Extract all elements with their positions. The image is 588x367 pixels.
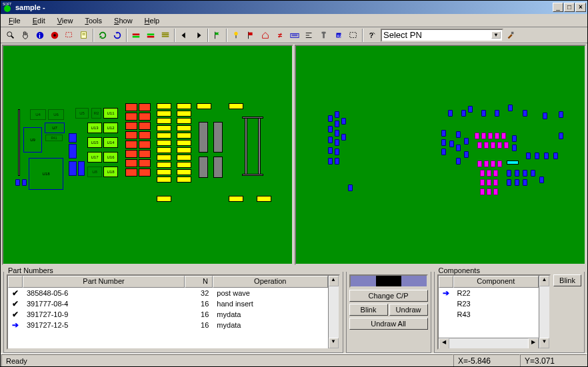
- info-icon[interactable]: i: [33, 29, 47, 42]
- layer1-icon[interactable]: [129, 29, 143, 42]
- col-n[interactable]: N: [185, 276, 213, 288]
- area-icon[interactable]: [346, 29, 361, 42]
- refresh-icon[interactable]: [95, 29, 110, 42]
- comp-blink-button[interactable]: Blink: [553, 274, 581, 286]
- minimize-button[interactable]: _: [553, 3, 563, 12]
- status-x: X=-5.846: [453, 354, 520, 367]
- comp-u4: U4: [30, 109, 46, 120]
- comp-or: [125, 113, 137, 121]
- help-icon[interactable]: ?: [365, 29, 379, 42]
- menu-bar: File Edit View Tools Show Help: [1, 14, 587, 27]
- chip-icon[interactable]: R2: [331, 29, 346, 42]
- comp-blue: [78, 161, 85, 176]
- comp-u6: U6: [48, 109, 64, 120]
- comp-or: [139, 122, 151, 130]
- comp-or: [125, 169, 137, 177]
- menu-tools[interactable]: Tools: [79, 15, 107, 26]
- redflag-icon[interactable]: [243, 29, 258, 42]
- comp-or: [125, 141, 137, 149]
- menu-file[interactable]: File: [3, 15, 26, 26]
- pn-header: Part Number N Operation: [8, 276, 328, 288]
- target-icon[interactable]: [47, 29, 62, 42]
- col-operation[interactable]: Operation: [213, 276, 328, 288]
- svg-rect-36: [511, 31, 514, 34]
- comp-col-header[interactable]: Component: [453, 276, 539, 288]
- app-icon: SOFT: [2, 2, 13, 13]
- tool-icon[interactable]: [317, 29, 331, 42]
- col-partnumber[interactable]: Part Number: [23, 276, 185, 288]
- blink-button[interactable]: Blink: [349, 304, 388, 316]
- pan-icon[interactable]: [18, 29, 33, 42]
- comp-u11: U11: [103, 108, 118, 119]
- svg-point-20: [234, 31, 237, 35]
- svg-text:R2: R2: [337, 33, 341, 37]
- comp-u12: U12: [103, 123, 118, 133]
- mid-panel: Change C/P Blink Undraw Undraw All: [346, 272, 431, 353]
- next-icon[interactable]: [191, 29, 206, 42]
- align-icon[interactable]: [302, 29, 317, 42]
- comp-y: [157, 103, 171, 109]
- comp-u15: U15: [87, 137, 102, 148]
- menu-edit[interactable]: Edit: [27, 15, 51, 26]
- comp-u18b: U18: [103, 167, 118, 177]
- thumbtack-icon[interactable]: [229, 29, 243, 42]
- components-panel: Component ➔ R22 R23 R43: [434, 272, 585, 353]
- svg-point-2: [7, 31, 12, 36]
- board-view-left[interactable]: U4 U6 U5 R2 U11 U7 U13 U12 U9 R41 U15 U1…: [2, 45, 293, 265]
- layer2-icon[interactable]: [143, 29, 158, 42]
- sheet-icon[interactable]: [77, 29, 91, 42]
- svg-rect-23: [249, 32, 253, 35]
- home-icon[interactable]: [258, 29, 273, 42]
- menu-help[interactable]: Help: [139, 15, 165, 26]
- comp-u14: U14: [103, 137, 118, 148]
- status-y: Y=3.071: [520, 354, 587, 367]
- prev-icon[interactable]: [177, 29, 191, 42]
- change-cp-button[interactable]: Change C/P: [349, 290, 428, 302]
- svg-rect-14: [147, 33, 155, 35]
- comp-or: [139, 169, 151, 177]
- undraw-button[interactable]: Undraw: [389, 304, 428, 316]
- table-row[interactable]: ✔ 391727-10-9 16 mydata: [8, 309, 328, 320]
- scroll-up-icon: ▲: [539, 276, 549, 286]
- comp-or: [139, 150, 151, 158]
- undraw-all-button[interactable]: Undraw All: [349, 318, 428, 330]
- comp-u7: U7: [45, 123, 65, 133]
- table-row[interactable]: ➔ 391727-12-5 16 mydata: [8, 320, 328, 330]
- rotate-icon[interactable]: [110, 29, 125, 42]
- layers-icon[interactable]: [158, 29, 173, 42]
- search-icon[interactable]: [3, 29, 18, 42]
- board-view-right[interactable]: [295, 45, 586, 265]
- table-row[interactable]: ✔ 385848-05-6 32 post wave: [8, 288, 328, 298]
- table-row[interactable]: R23: [439, 298, 539, 309]
- maximize-button[interactable]: □: [564, 3, 575, 12]
- dropdown-arrow-icon[interactable]: ▼: [491, 31, 501, 39]
- comp-col-blank[interactable]: [439, 276, 453, 288]
- pn-vscroll[interactable]: ▲ ▼: [328, 276, 339, 348]
- rect-select-icon[interactable]: [62, 29, 77, 42]
- table-row[interactable]: ➔ R22: [439, 288, 539, 298]
- svg-point-0: [4, 5, 11, 12]
- pn-selector-text: Select PN: [383, 30, 491, 40]
- flag-icon[interactable]: [210, 29, 225, 42]
- comp-or: [125, 103, 137, 111]
- table-row[interactable]: R43: [439, 309, 539, 320]
- col-check[interactable]: [8, 276, 23, 288]
- keyboard-icon[interactable]: [287, 29, 302, 42]
- hammer-icon[interactable]: [503, 29, 518, 42]
- menu-view[interactable]: View: [52, 15, 79, 26]
- comp-hscroll[interactable]: ◀ ▶: [439, 338, 539, 348]
- noteq-icon[interactable]: ≠: [273, 29, 287, 42]
- status-ready: Ready: [1, 354, 453, 367]
- title-bar: SOFT sample - _ □ ×: [1, 1, 587, 14]
- comp-or: [125, 122, 137, 130]
- scroll-up-icon: ▲: [329, 276, 339, 286]
- pn-selector[interactable]: Select PN ▼: [381, 29, 503, 42]
- close-button[interactable]: ×: [575, 3, 586, 12]
- table-row[interactable]: ✔ 391777-08-4 16 hand insert: [8, 298, 328, 309]
- scroll-left-icon: ◀: [439, 338, 449, 349]
- comp-r41: R41: [45, 135, 63, 141]
- menu-show[interactable]: Show: [109, 15, 138, 26]
- comp-blue: [69, 161, 77, 176]
- svg-text:i: i: [39, 32, 40, 39]
- comp-vscroll[interactable]: ▲ ▼: [539, 276, 549, 348]
